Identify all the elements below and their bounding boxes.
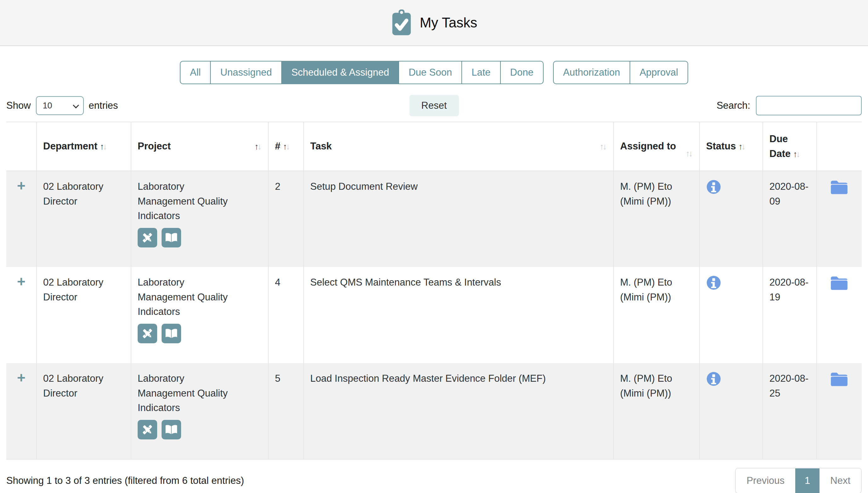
col-expander	[6, 122, 37, 171]
table-controls: Show 10 entries Reset Search:	[0, 95, 868, 116]
folder-icon[interactable]	[830, 179, 849, 195]
entries-label: entries	[89, 100, 118, 111]
table-row: + 02 Laboratory Director Laboratory Mana…	[6, 267, 862, 363]
show-label: Show	[6, 100, 31, 111]
due-date-cell: 2020-08-19	[763, 267, 817, 363]
project-cell: Laboratory Management Quality Indicators	[131, 171, 268, 267]
tab-late[interactable]: Late	[461, 61, 500, 84]
tasks-table: Department↑↓ Project↑↓ #↑↓ Task↑↓ Assign…	[6, 122, 862, 459]
app-header: My Tasks	[0, 0, 868, 46]
project-name: Laboratory Management Quality Indicators	[138, 275, 232, 319]
expand-row-button[interactable]: +	[17, 179, 25, 192]
task-number-cell: 4	[268, 267, 304, 363]
pencil-ruler-icon[interactable]	[138, 324, 157, 343]
open-book-icon[interactable]	[162, 324, 181, 343]
status-cell	[700, 171, 763, 267]
reset-button[interactable]: Reset	[409, 95, 459, 116]
col-number[interactable]: #↑↓	[268, 122, 304, 171]
actions-cell	[817, 267, 862, 363]
tab-approval[interactable]: Approval	[630, 61, 688, 84]
search-input[interactable]	[756, 96, 862, 115]
task-number-cell: 5	[268, 363, 304, 459]
tab-unassigned[interactable]: Unassigned	[210, 61, 282, 84]
assigned-to-cell: M. (PM) Eto (Mimi (PM))	[614, 171, 700, 267]
project-cell: Laboratory Management Quality Indicators	[131, 363, 268, 459]
col-due-date[interactable]: Due Date↑↓	[763, 122, 817, 171]
col-assigned-to[interactable]: Assigned to↑↓	[614, 122, 700, 171]
folder-icon[interactable]	[830, 371, 849, 387]
page-title: My Tasks	[420, 15, 477, 30]
col-actions	[817, 122, 862, 171]
info-circle-icon[interactable]	[706, 371, 721, 386]
tab-done[interactable]: Done	[500, 61, 544, 84]
pencil-ruler-icon[interactable]	[138, 420, 157, 440]
table-footer: Showing 1 to 3 of 3 entries (filtered fr…	[0, 468, 868, 493]
expand-row-button[interactable]: +	[17, 371, 25, 384]
project-cell: Laboratory Management Quality Indicators	[131, 267, 268, 363]
task-cell: Select QMS Maintenance Teams & Intervals	[304, 267, 614, 363]
sort-arrows-icon: ↑↓	[283, 142, 290, 151]
pagination-page-1[interactable]: 1	[795, 468, 820, 493]
sort-arrows-icon: ↑↓	[793, 149, 800, 159]
project-name: Laboratory Management Quality Indicators	[138, 371, 232, 415]
sort-arrows-icon: ↑↓	[600, 140, 607, 153]
department-cell: 02 Laboratory Director	[37, 363, 131, 459]
actions-cell	[817, 171, 862, 267]
folder-icon[interactable]	[830, 275, 849, 291]
sort-arrows-icon: ↑↓	[254, 140, 262, 153]
tab-group-workflow: Authorization Approval	[553, 61, 688, 84]
page-length-select[interactable]: 10	[36, 96, 84, 115]
col-status[interactable]: Status↑↓	[700, 122, 763, 171]
task-number-cell: 2	[268, 171, 304, 267]
project-name: Laboratory Management Quality Indicators	[138, 179, 232, 223]
sort-arrows-icon: ↑↓	[100, 142, 107, 151]
col-department[interactable]: Department↑↓	[37, 122, 131, 171]
search-control: Search:	[716, 96, 862, 115]
task-cell: Load Inspection Ready Master Evidence Fo…	[304, 363, 614, 459]
pagination-previous[interactable]: Previous	[736, 468, 795, 493]
due-date-cell: 2020-08-09	[763, 171, 817, 267]
sort-arrows-icon: ↑↓	[738, 142, 746, 151]
col-task[interactable]: Task↑↓	[304, 122, 614, 171]
status-cell	[700, 267, 763, 363]
department-cell: 02 Laboratory Director	[37, 267, 131, 363]
entries-info: Showing 1 to 3 of 3 entries (filtered fr…	[6, 475, 244, 486]
pagination-next[interactable]: Next	[820, 468, 861, 493]
filter-tabs: All Unassigned Scheduled & Assigned Due …	[0, 61, 868, 84]
status-cell	[700, 363, 763, 459]
info-circle-icon[interactable]	[706, 179, 721, 194]
task-cell: Setup Document Review	[304, 171, 614, 267]
table-header-row: Department↑↓ Project↑↓ #↑↓ Task↑↓ Assign…	[6, 122, 862, 171]
department-cell: 02 Laboratory Director	[37, 171, 131, 267]
tab-scheduled-assigned[interactable]: Scheduled & Assigned	[281, 61, 399, 84]
col-project[interactable]: Project↑↓	[131, 122, 268, 171]
expand-row-button[interactable]: +	[17, 275, 25, 288]
assigned-to-cell: M. (PM) Eto (Mimi (PM))	[614, 267, 700, 363]
tab-authorization[interactable]: Authorization	[553, 61, 630, 84]
actions-cell	[817, 363, 862, 459]
due-date-cell: 2020-08-25	[763, 363, 817, 459]
assigned-to-cell: M. (PM) Eto (Mimi (PM))	[614, 363, 700, 459]
open-book-icon[interactable]	[162, 228, 181, 248]
search-label: Search:	[716, 100, 750, 111]
info-circle-icon[interactable]	[706, 275, 721, 290]
tab-all[interactable]: All	[180, 61, 211, 84]
pencil-ruler-icon[interactable]	[138, 228, 157, 248]
table-row: + 02 Laboratory Director Laboratory Mana…	[6, 363, 862, 459]
open-book-icon[interactable]	[162, 420, 181, 440]
table-row: + 02 Laboratory Director Laboratory Mana…	[6, 171, 862, 267]
tab-due-soon[interactable]: Due Soon	[398, 61, 462, 84]
tab-group-status: All Unassigned Scheduled & Assigned Due …	[180, 61, 544, 84]
clipboard-check-icon	[391, 9, 412, 37]
page-length-control: Show 10 entries	[6, 96, 118, 115]
pagination: Previous 1 Next	[735, 468, 862, 493]
sort-arrows-icon: ↑↓	[686, 147, 693, 160]
